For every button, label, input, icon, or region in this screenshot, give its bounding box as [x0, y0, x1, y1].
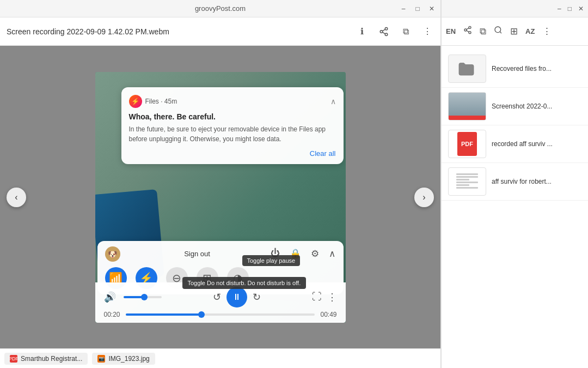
notif-header: ⚡ Files · 45m ∧ [129, 95, 336, 108]
notif-app-icon: ⚡ [129, 95, 142, 108]
doc-thumb [448, 167, 486, 196]
svg-point-7 [469, 32, 471, 34]
grid-icon[interactable]: ⊞ [510, 26, 518, 37]
rp-maximize-btn[interactable]: □ [568, 5, 572, 13]
more-options-icon[interactable]: ⋮ [327, 291, 337, 303]
fullscreen-icon[interactable]: ⛶ [312, 291, 322, 303]
svg-point-0 [385, 27, 388, 30]
volume-thumb [141, 294, 148, 300]
next-button[interactable]: › [414, 188, 434, 207]
columns-icon[interactable]: ⧉ [480, 26, 486, 37]
rp-titlebar: – □ ✕ [442, 0, 588, 17]
ctrl-center: ↺ ⏸ ↻ [213, 287, 261, 307]
progress-row: 00:20 00:49 [104, 311, 337, 318]
sign-out-label[interactable]: Sign out [184, 250, 210, 258]
ctrl-volume: 🔊 [104, 291, 162, 303]
ctrl-right: ⛶ ⋮ [312, 291, 337, 303]
svg-point-6 [464, 29, 467, 31]
website-label: groovyPost.com [195, 4, 246, 13]
copy-icon[interactable]: ⧉ [399, 25, 412, 38]
window-controls: – □ ✕ [399, 4, 436, 13]
image-thumb [448, 92, 486, 120]
taskbar-item-img[interactable]: 📷 IMG_1923.jpg [92, 353, 155, 365]
time-elapsed: 00:20 [104, 311, 120, 318]
folder-thumb [448, 55, 486, 83]
rp-search-icon[interactable] [494, 26, 503, 37]
video-window: groovyPost.com – □ ✕ Screen recording 20… [0, 0, 441, 368]
prev-button[interactable]: ‹ [7, 188, 26, 207]
file-label: Recovered files fro... [492, 64, 552, 74]
progress-track[interactable] [126, 313, 315, 316]
file-label: Screenshot 2022-0... [492, 102, 552, 111]
more-icon[interactable]: ⋮ [421, 25, 434, 38]
video-area: ‹ ⚡ Files · 45m ∧ Whoa, there. Be carefu… [0, 46, 440, 348]
progress-fill [126, 313, 201, 316]
notif-chevron-icon: ∧ [330, 97, 336, 106]
close-btn[interactable]: ✕ [427, 4, 436, 13]
svg-line-8 [467, 31, 469, 32]
video-title: Screen recording 2022-09-09 1.42.02 PM.w… [7, 27, 356, 36]
list-item[interactable]: PDF recorded aff surviv ... [442, 125, 588, 163]
list-item[interactable]: Recovered files fro... [442, 50, 588, 88]
volume-slider[interactable] [124, 296, 162, 298]
sort-az-icon[interactable]: AZ [525, 27, 535, 35]
volume-icon[interactable]: 🔊 [104, 291, 116, 303]
header-actions: ℹ ⧉ ⋮ [356, 25, 434, 38]
rp-more-icon[interactable]: ⋮ [542, 26, 552, 37]
notif-body: In the future, be sure to eject your rem… [129, 124, 336, 144]
notif-app-name: Files · 45m [145, 98, 330, 105]
doc-line [456, 176, 478, 178]
forward-icon[interactable]: ↻ [253, 291, 261, 303]
rp-share-icon[interactable] [463, 26, 472, 37]
dnd-tooltip: Toggle Do not disturb. Do not disturb is… [182, 277, 307, 289]
pdf-thumb: PDF [448, 130, 486, 158]
svg-line-9 [467, 28, 469, 29]
img-icon: 📷 [97, 355, 105, 363]
taskbar-label-smarthub: Smarthub Registrat... [21, 355, 82, 363]
svg-line-3 [382, 32, 385, 34]
rp-minimize-btn[interactable]: – [558, 5, 561, 13]
rp-header: EN ⧉ ⊞ AZ ⋮ [442, 17, 588, 46]
svg-line-4 [382, 29, 385, 31]
notif-title: Whoa, there. Be careful. [129, 112, 336, 121]
list-item[interactable]: aff surviv for robert... [442, 163, 588, 201]
list-item[interactable]: Screenshot 2022-0... [442, 88, 588, 125]
notification-card: ⚡ Files · 45m ∧ Whoa, there. Be careful.… [121, 87, 344, 164]
file-label: recorded aff surviv ... [492, 140, 553, 149]
qs-row1: 🐶 Sign out ⏻ 🔒 ⚙ ∧ [105, 246, 336, 262]
clear-all-button[interactable]: Clear all [129, 149, 336, 158]
svg-point-1 [380, 30, 383, 33]
left-arrow-icon: ‹ [15, 192, 17, 202]
red-bar [449, 116, 486, 120]
video-frame: ⚡ Files · 45m ∧ Whoa, there. Be careful.… [95, 72, 346, 323]
rewind-icon[interactable]: ↺ [213, 291, 221, 303]
settings-icon[interactable]: ⚙ [311, 248, 319, 260]
doc-line [456, 184, 469, 186]
taskbar: PDF Smarthub Registrat... 📷 IMG_1923.jpg [0, 348, 440, 368]
time-total: 00:49 [320, 311, 336, 318]
language-icon[interactable]: EN [446, 27, 456, 35]
svg-point-2 [385, 33, 388, 36]
rp-close-btn[interactable]: ✕ [578, 5, 584, 13]
progress-thumb [198, 311, 205, 318]
doc-line [456, 182, 478, 183]
info-icon[interactable]: ℹ [356, 25, 369, 38]
user-avatar: 🐶 [105, 246, 120, 262]
main-layout: groovyPost.com – □ ✕ Screen recording 20… [0, 0, 588, 368]
right-panel: – □ ✕ EN ⧉ ⊞ AZ ⋮ [441, 0, 588, 368]
maximize-btn[interactable]: □ [413, 4, 422, 13]
svg-point-5 [469, 26, 471, 28]
pdf-icon-smarthub: PDF [10, 355, 17, 363]
share-icon[interactable] [377, 25, 390, 38]
taskbar-item-smarthub[interactable]: PDF Smarthub Registrat... [4, 353, 88, 365]
play-pause-button[interactable]: ⏸ [226, 287, 247, 307]
file-list: Recovered files fro... Screenshot 2022-0… [442, 46, 588, 368]
right-arrow-icon: › [422, 192, 425, 202]
doc-line [456, 179, 469, 180]
doc-line [456, 187, 478, 189]
minimize-btn[interactable]: – [399, 4, 408, 13]
doc-line [456, 173, 478, 175]
app-header: Screen recording 2022-09-09 1.42.02 PM.w… [0, 17, 440, 46]
collapse-icon[interactable]: ∧ [329, 248, 335, 260]
controls-row: 🔊 ↺ ⏸ ↻ ⛶ ⋮ [104, 287, 337, 307]
